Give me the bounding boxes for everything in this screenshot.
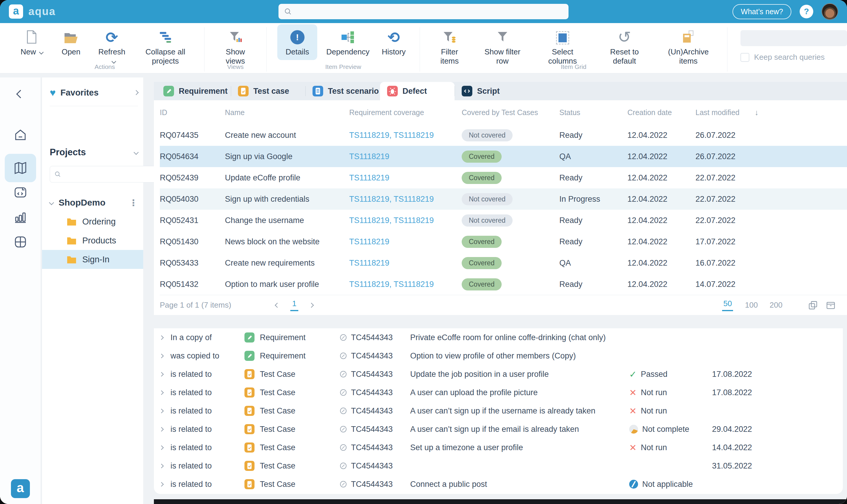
relation-row[interactable]: is related to Test Case TC4544343 A user… bbox=[160, 402, 843, 420]
chevron-right-icon[interactable] bbox=[134, 90, 139, 95]
column-header-name[interactable]: Name bbox=[225, 108, 349, 117]
table-row[interactable]: RQ054030Sign up with credentials TS11182… bbox=[160, 188, 847, 210]
project-search[interactable] bbox=[50, 166, 166, 182]
table-row[interactable]: RQ074435Create new account TS1118219, TS… bbox=[160, 125, 847, 146]
table-row[interactable]: RQ052431Change the username TS1118219, T… bbox=[160, 210, 847, 231]
chevron-down-icon[interactable] bbox=[49, 200, 54, 205]
global-search-input[interactable] bbox=[296, 7, 563, 16]
linked-item-id[interactable]: TC4544343 bbox=[351, 333, 393, 342]
expand-icon[interactable] bbox=[159, 372, 164, 377]
column-header-coverage[interactable]: Requirement coverage bbox=[349, 108, 462, 117]
tab-test-scenario[interactable]: Test scenario bbox=[305, 82, 380, 100]
coverage-links[interactable]: TS1118219 bbox=[349, 258, 462, 268]
map-nav-active[interactable] bbox=[5, 154, 36, 182]
whats-new-button[interactable]: What’s new? bbox=[733, 4, 791, 19]
relation-row[interactable]: is related to Test Case TC4544343 31.05.… bbox=[160, 457, 843, 475]
table-row[interactable]: RQ051432Option to mark user profile TS11… bbox=[160, 274, 847, 295]
linked-item-id[interactable]: TC4544343 bbox=[351, 480, 393, 489]
ribbon-search[interactable] bbox=[740, 30, 847, 46]
help-button[interactable]: ? bbox=[800, 5, 813, 18]
linked-item-id[interactable]: TC4544343 bbox=[351, 443, 393, 452]
page-number[interactable]: 1 bbox=[290, 299, 298, 311]
column-header-last-modified[interactable]: Last modified bbox=[695, 108, 755, 117]
expand-icon[interactable] bbox=[159, 335, 164, 340]
relation-row[interactable]: is related to Test Case TC4544343 Update… bbox=[160, 365, 843, 383]
archive-box-icon[interactable] bbox=[826, 300, 836, 310]
collapse-all-projects-button[interactable]: Collapse all projects bbox=[137, 29, 194, 66]
column-header-creation-date[interactable]: Creation date bbox=[628, 108, 695, 117]
linked-item-id[interactable]: TC4544343 bbox=[351, 388, 393, 397]
code-clock-icon[interactable] bbox=[13, 185, 28, 199]
coverage-links[interactable]: TS1118219 bbox=[349, 237, 462, 246]
expand-icon[interactable] bbox=[159, 482, 164, 487]
filter-items-button[interactable]: Filter items bbox=[430, 29, 468, 66]
expand-icon[interactable] bbox=[159, 427, 164, 432]
bar-chart-icon[interactable] bbox=[13, 210, 28, 224]
show-views-button[interactable]: Show views bbox=[215, 29, 256, 66]
table-row-selected[interactable]: RQ054634Sign up via Google TS1118219 Cov… bbox=[160, 146, 847, 167]
prev-page-icon[interactable] bbox=[275, 303, 280, 308]
tab-defect-active[interactable]: Defect bbox=[380, 82, 455, 100]
tree-item-products[interactable]: Products bbox=[42, 231, 143, 250]
coverage-links[interactable]: TS1118219 bbox=[349, 173, 462, 182]
ribbon-search-input[interactable] bbox=[749, 34, 845, 42]
linked-item-id[interactable]: TC4544343 bbox=[351, 370, 393, 379]
table-row[interactable]: RQ053433Create new requirements TS111821… bbox=[160, 252, 847, 274]
linked-item-id[interactable]: TC4544343 bbox=[351, 462, 393, 471]
avatar[interactable] bbox=[822, 3, 838, 20]
column-header-id[interactable]: ID bbox=[160, 108, 225, 117]
table-row[interactable]: RQ052439Update eCoffe profile TS1118219 … bbox=[160, 167, 847, 188]
relation-row[interactable]: is related to Test Case TC4544343 A user… bbox=[160, 420, 843, 438]
open-button[interactable]: Open bbox=[56, 29, 86, 56]
details-button[interactable]: ! Details bbox=[277, 24, 317, 60]
tab-requirement[interactable]: Requirement bbox=[156, 82, 231, 100]
relation-row[interactable]: was copied to Requirement TC4544343 Opti… bbox=[160, 347, 843, 365]
column-header-covered[interactable]: Covered by Test Cases bbox=[462, 108, 559, 117]
coverage-links[interactable]: TS1118219, TS1118219 bbox=[349, 216, 462, 225]
tree-item-ordering[interactable]: Ordering bbox=[42, 212, 143, 231]
tab-test-case[interactable]: Test case bbox=[231, 82, 305, 100]
sort-desc-icon[interactable]: ↓ bbox=[755, 108, 772, 117]
coverage-links[interactable]: TS1118219, TS1118219 bbox=[349, 131, 462, 140]
relation-row[interactable]: In a copy of Requirement TC4544343 Priva… bbox=[160, 328, 843, 347]
coverage-links[interactable]: TS1118219, TS1118219 bbox=[349, 280, 462, 289]
chevron-down-icon[interactable] bbox=[134, 150, 139, 155]
expand-icon[interactable] bbox=[159, 354, 164, 358]
keep-search-queries-checkbox[interactable] bbox=[740, 53, 749, 62]
copy-icon[interactable] bbox=[808, 300, 818, 310]
linked-item-id[interactable]: TC4544343 bbox=[351, 425, 393, 434]
select-columns-button[interactable]: Select columns bbox=[536, 29, 589, 66]
tab-script[interactable]: Script bbox=[455, 82, 529, 100]
expand-icon[interactable] bbox=[159, 464, 164, 468]
dependency-button[interactable]: Dependency bbox=[326, 29, 369, 56]
refresh-button[interactable]: ⟳ Refresh bbox=[95, 29, 128, 66]
table-row[interactable]: RQ051430News block on the website TS1118… bbox=[160, 231, 847, 252]
expand-icon[interactable] bbox=[159, 409, 164, 413]
global-search[interactable] bbox=[279, 4, 568, 19]
project-search-input[interactable] bbox=[64, 170, 156, 178]
expand-icon[interactable] bbox=[159, 390, 164, 395]
projects-header[interactable]: Projects bbox=[50, 147, 138, 158]
relation-row[interactable]: is related to Test Case TC4544343 Connec… bbox=[160, 475, 843, 493]
linked-item-id[interactable]: TC4544343 bbox=[351, 407, 393, 416]
tree-item-sign-in[interactable]: Sign-In bbox=[42, 250, 143, 269]
kebab-menu-icon[interactable]: ⋮ bbox=[129, 198, 138, 208]
next-page-icon[interactable] bbox=[309, 303, 314, 308]
grid-icon[interactable] bbox=[13, 235, 28, 249]
home-icon[interactable] bbox=[13, 128, 28, 142]
collapse-sidebar-icon[interactable] bbox=[16, 90, 24, 98]
history-button[interactable]: ⟲ History bbox=[378, 29, 409, 56]
page-size-50[interactable]: 50 bbox=[722, 299, 733, 311]
coverage-links[interactable]: TS1118219 bbox=[349, 152, 462, 161]
show-filter-row-button[interactable]: Show filter row bbox=[477, 29, 527, 66]
new-button[interactable]: New bbox=[16, 29, 47, 56]
relation-row[interactable]: is related to Test Case TC4544343 A user… bbox=[160, 383, 843, 402]
page-size-200[interactable]: 200 bbox=[770, 301, 782, 310]
unarchive-items-button[interactable]: (Un)Archive items bbox=[660, 29, 717, 66]
coverage-links[interactable]: TS1118219, TS1118219 bbox=[349, 195, 462, 204]
linked-item-id[interactable]: TC4544343 bbox=[351, 352, 393, 361]
relation-row[interactable]: is related to Test Case TC4544343 Set up… bbox=[160, 438, 843, 457]
expand-icon[interactable] bbox=[159, 445, 164, 450]
tree-item-shopdemo[interactable]: ShopDemo ⋮ bbox=[42, 193, 143, 212]
favorites-header[interactable]: ♥ Favorites bbox=[50, 88, 138, 97]
